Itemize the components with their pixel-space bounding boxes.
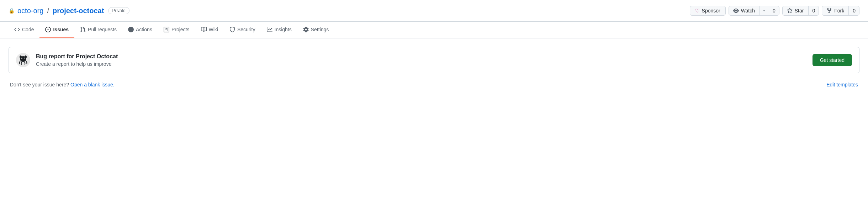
star-button-group: Star 0 [782,6,819,16]
eye-icon [733,8,739,14]
repo-slash: / [47,7,49,15]
tab-wiki[interactable]: Wiki [195,22,224,38]
watch-caret-button[interactable] [760,6,769,15]
edit-templates-link[interactable]: Edit templates [826,82,858,87]
code-icon [14,27,20,32]
tab-issues[interactable]: Issues [39,22,74,38]
issues-icon [45,27,51,32]
watch-count: 0 [769,6,779,15]
repo-org-link[interactable]: octo-org [17,7,43,15]
fork-icon [826,8,832,14]
card-left: Bug report for Project Octocat Create a … [16,53,118,67]
card-info: Bug report for Project Octocat Create a … [36,53,118,67]
footer-row: Don't see your issue here? Open a blank … [9,82,859,87]
tab-settings[interactable]: Settings [297,22,335,38]
fork-main-button[interactable]: Fork [822,6,849,15]
template-title: Bug report for Project Octocat [36,53,118,60]
main-content: Bug report for Project Octocat Create a … [0,38,868,96]
lock-icon: 🔒 [9,8,15,14]
tab-code[interactable]: Code [9,22,39,38]
repo-nav: Code Issues Pull requests Actions Projec… [0,22,868,38]
visibility-badge: Private [108,7,129,14]
tab-actions[interactable]: Actions [122,22,158,38]
star-main-button[interactable]: Star [783,6,809,15]
chevron-down-icon [762,9,766,12]
template-subtitle: Create a report to help us improve [36,61,118,67]
heart-icon: ♡ [695,8,700,14]
issue-template-card: Bug report for Project Octocat Create a … [9,47,859,73]
watch-button-group: Watch 0 [729,6,779,16]
projects-icon [164,27,169,32]
pull-request-icon [80,27,86,32]
repo-name-link[interactable]: project-octocat [53,7,104,15]
svg-point-4 [22,58,22,59]
tab-projects[interactable]: Projects [158,22,195,38]
fork-count: 0 [849,6,859,15]
repo-header: 🔒 octo-org / project-octocat Private ♡ S… [0,0,868,22]
wiki-icon [201,27,207,32]
get-started-button[interactable]: Get started [813,54,852,66]
tab-insights[interactable]: Insights [261,22,297,38]
footer-prompt: Don't see your issue here? Open a blank … [10,82,115,87]
tab-security[interactable]: Security [224,22,261,38]
security-icon [229,27,235,32]
insights-icon [267,27,272,32]
watch-main-button[interactable]: Watch [729,6,760,15]
sponsor-button[interactable]: ♡ Sponsor [690,6,726,16]
svg-point-5 [25,58,25,59]
octocat-avatar [16,53,30,67]
actions-icon [128,27,134,32]
tab-pull-requests[interactable]: Pull requests [74,22,122,38]
blank-issue-link[interactable]: Open a blank issue. [70,82,115,87]
fork-button-group: Fork 0 [822,6,859,16]
settings-icon [303,27,309,32]
header-actions: ♡ Sponsor Watch 0 [690,6,859,16]
octocat-image [16,53,30,67]
star-icon [787,8,793,14]
svg-point-7 [25,55,27,58]
repo-title: 🔒 octo-org / project-octocat Private [9,7,129,15]
star-count: 0 [808,6,819,15]
svg-point-6 [20,55,22,58]
